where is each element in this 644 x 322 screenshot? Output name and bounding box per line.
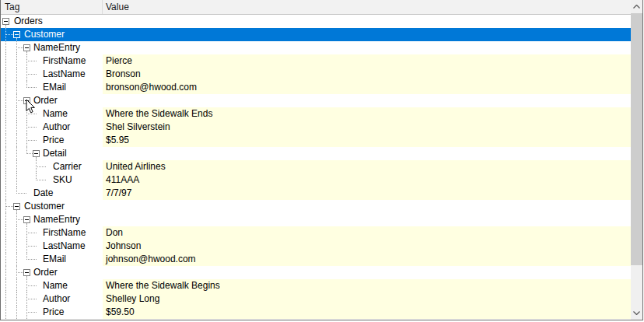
tree-connector-line bbox=[5, 226, 7, 240]
tree-connector-line bbox=[16, 253, 18, 266]
tree-connector-line bbox=[5, 306, 7, 319]
value-label: Pierce bbox=[106, 54, 132, 68]
tree-connector-line bbox=[5, 41, 7, 54]
tree-row-email-18[interactable]: EMailjohnson@hwood.com bbox=[1, 253, 632, 266]
tree-row-lastname-4[interactable]: LastNameBronson bbox=[1, 68, 632, 81]
minus-glyph bbox=[34, 153, 38, 154]
tree-branch-stub bbox=[26, 127, 37, 128]
value-cell-background bbox=[103, 292, 632, 306]
vertical-scrollbar[interactable] bbox=[631, 0, 643, 320]
value-cell-background bbox=[103, 160, 632, 173]
scrollbar-thumb[interactable] bbox=[631, 13, 642, 265]
tree-connector-line bbox=[5, 213, 7, 226]
scroll-down-button[interactable] bbox=[631, 306, 642, 320]
tree-row-name-7[interactable]: NameWhere the Sidewalk Ends bbox=[1, 107, 632, 121]
column-header-value[interactable]: Value bbox=[106, 0, 129, 14]
tree-connector-line bbox=[5, 279, 7, 292]
tree-row-author-21[interactable]: AuthorShelley Long bbox=[1, 292, 632, 306]
value-label: $59.50 bbox=[106, 306, 135, 319]
tag-label: Order bbox=[33, 266, 58, 279]
tree-row-customer-1[interactable]: Customer bbox=[1, 28, 632, 41]
collapse-node-icon[interactable] bbox=[23, 269, 30, 276]
tree-connector-line bbox=[5, 173, 7, 187]
value-label: Where the Sidewalk Ends bbox=[106, 107, 212, 121]
tree-connector-line bbox=[5, 253, 7, 266]
tree-branch-stub bbox=[16, 272, 23, 274]
tree-row-firstname-16[interactable]: FirstNameDon bbox=[1, 226, 632, 240]
tree-connector-line bbox=[16, 160, 18, 173]
tree-connector-line bbox=[5, 107, 7, 121]
collapse-node-icon[interactable] bbox=[13, 31, 20, 38]
column-divider[interactable] bbox=[102, 0, 103, 14]
value-label: $5.95 bbox=[106, 134, 129, 147]
value-cell-background bbox=[103, 134, 632, 147]
tree-row-nameentry-15[interactable]: NameEntry bbox=[1, 213, 632, 226]
tree-row-customer-14[interactable]: Customer bbox=[1, 200, 632, 213]
collapse-node-icon[interactable] bbox=[2, 18, 9, 25]
tree-connector-line bbox=[16, 306, 18, 319]
tag-label: Customer bbox=[24, 28, 65, 41]
collapse-node-icon[interactable] bbox=[23, 44, 30, 51]
tree-branch-stub bbox=[26, 299, 37, 300]
tree-branch-stub bbox=[26, 61, 37, 62]
value-cell-background bbox=[103, 226, 632, 240]
tree-connector-line bbox=[5, 240, 7, 253]
tree-connector-line bbox=[5, 266, 7, 279]
tree-row-lastname-17[interactable]: LastNameJohnson bbox=[1, 240, 632, 253]
tree-branch-stub bbox=[26, 74, 37, 75]
tree-branch-stub bbox=[26, 285, 37, 287]
tree-branch-stub bbox=[26, 259, 37, 261]
value-label: bronson@hwood.com bbox=[106, 81, 197, 94]
tree-row-author-8[interactable]: AuthorShel Silverstein bbox=[1, 121, 632, 134]
value-label: Johnson bbox=[106, 240, 141, 253]
tree-branch-stub bbox=[26, 312, 37, 313]
value-cell-background bbox=[103, 68, 632, 81]
tree-row-orders-0[interactable]: Orders bbox=[1, 15, 632, 28]
minus-glyph bbox=[4, 21, 8, 22]
tree-row-nameentry-2[interactable]: NameEntry bbox=[1, 41, 632, 54]
value-label: Shelley Long bbox=[106, 292, 159, 306]
tree-row-detail-10[interactable]: Detail bbox=[1, 147, 632, 160]
value-label: Bronson bbox=[106, 68, 141, 81]
value-cell-background bbox=[103, 187, 632, 200]
tree-row-sku-12[interactable]: SKU411AAA bbox=[1, 173, 632, 187]
tree-branch-stub bbox=[26, 140, 37, 142]
tag-label: Price bbox=[43, 306, 64, 319]
tree-branch-stub bbox=[36, 180, 46, 181]
collapse-node-icon[interactable] bbox=[23, 216, 30, 223]
scroll-down-icon bbox=[633, 311, 640, 315]
tree-connector-line bbox=[16, 134, 18, 147]
tree-row-order-6[interactable]: Order bbox=[1, 94, 632, 107]
tree-connector-line bbox=[5, 94, 7, 107]
tag-label: Name bbox=[43, 107, 68, 121]
collapse-node-icon[interactable] bbox=[23, 97, 30, 104]
collapse-node-icon[interactable] bbox=[13, 203, 20, 210]
tag-label: Detail bbox=[43, 147, 67, 160]
tree-row-price-9[interactable]: Price$5.95 bbox=[1, 134, 632, 147]
scroll-up-button[interactable] bbox=[631, 0, 642, 13]
tree-connector-line bbox=[5, 134, 7, 147]
tree-row-order-19[interactable]: Order bbox=[1, 266, 632, 279]
value-label: 7/7/97 bbox=[106, 187, 131, 200]
value-cell-background bbox=[103, 54, 632, 68]
tree-row-email-5[interactable]: EMailbronson@hwood.com bbox=[1, 81, 632, 94]
tree-row-price-22[interactable]: Price$59.50 bbox=[1, 306, 632, 319]
tree-branch-stub bbox=[16, 47, 23, 49]
tag-label: Name bbox=[43, 279, 68, 292]
tree-row-carrier-11[interactable]: CarrierUnited Airlines bbox=[1, 160, 632, 173]
column-header-tag[interactable]: Tag bbox=[5, 0, 19, 14]
tag-label: Order bbox=[33, 94, 58, 107]
tree-connector-line bbox=[16, 107, 18, 121]
minus-glyph bbox=[15, 34, 19, 35]
tree-connector-line bbox=[5, 147, 7, 160]
tree-row-name-20[interactable]: NameWhere the Sidewalk Begins bbox=[1, 279, 632, 292]
tree-row-firstname-3[interactable]: FirstNamePierce bbox=[1, 54, 632, 68]
collapse-node-icon[interactable] bbox=[33, 150, 40, 157]
tree-branch-stub bbox=[16, 100, 23, 102]
tree-row-date-13[interactable]: Date7/7/97 bbox=[1, 187, 632, 200]
tree-branch-stub bbox=[36, 166, 46, 168]
value-cell-background bbox=[103, 173, 632, 187]
value-label: Where the Sidewalk Begins bbox=[106, 279, 220, 292]
minus-glyph bbox=[25, 219, 29, 220]
tree-branch-stub bbox=[26, 114, 37, 115]
